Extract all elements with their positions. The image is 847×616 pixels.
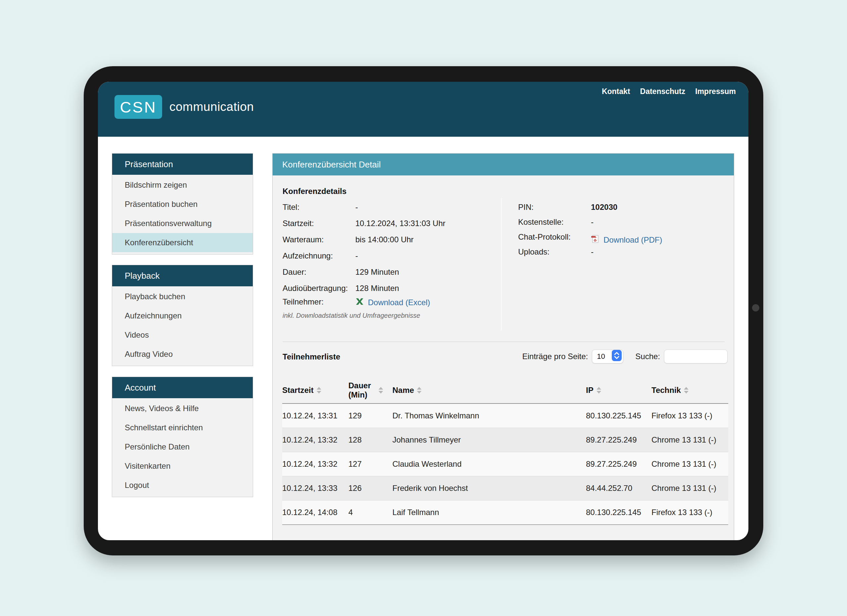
sidebar-item-visitenkarten[interactable]: Visitenkarten — [112, 456, 253, 476]
sidebar-item-praesentationsverwaltung[interactable]: Präsentationsverwaltung — [112, 214, 253, 233]
cell-dauer: 4 — [348, 501, 393, 524]
table-controls: Einträge pro Seite: 10 Suche: — [522, 350, 727, 363]
cell-dauer: 128 — [348, 428, 393, 452]
detail-value: - — [591, 247, 662, 262]
sidebar-item-news-videos-hilfe[interactable]: News, Videos & Hilfe — [112, 399, 253, 418]
teilnehmer-note: inkl. Downloadstatistik und Umfrageergeb… — [283, 312, 420, 319]
participants-heading: Teilnehmerliste — [283, 352, 340, 362]
sidebar-section-title: Account — [112, 377, 253, 398]
download-excel-link[interactable]: Download (Excel) — [368, 298, 430, 307]
csn-logo[interactable]: CSN — [115, 95, 162, 119]
sort-arrows-icon — [684, 387, 689, 394]
detail-value: - — [355, 251, 445, 267]
cell-startzeit: 10.12.24, 14:08 — [282, 501, 348, 524]
sidebar-item-aufzeichnungen[interactable]: Aufzeichnungen — [112, 306, 253, 325]
sidebar-section-praesentation: Präsentation Bildschirm zeigen Präsentat… — [112, 153, 253, 254]
sidebar-items: Bildschirm zeigen Präsentation buchen Pr… — [112, 175, 253, 254]
details-heading: Konferenzdetails — [283, 187, 347, 196]
cell-name: Johannes Tillmeyer — [393, 428, 586, 452]
column-header-technik[interactable]: Technik — [651, 377, 728, 403]
detail-label: Startzeit: — [283, 219, 355, 235]
column-header-startzeit[interactable]: Startzeit — [282, 377, 348, 403]
up-down-chevrons-icon — [612, 350, 622, 363]
excel-icon — [355, 297, 364, 308]
csn-logo-text: CSN — [120, 98, 156, 116]
cell-ip: 89.27.225.249 — [586, 428, 651, 452]
detail-label: Uploads: — [518, 247, 591, 262]
section-divider — [283, 341, 725, 342]
cell-startzeit: 10.12.24, 13:31 — [282, 404, 348, 428]
detail-label: PIN: — [518, 202, 591, 217]
teilnehmer-row: Teilnehmer: Download (Excel) — [283, 297, 430, 308]
cell-technik: Firefox 13 133 (-) — [651, 501, 728, 524]
detail-value: bis 14:00:00 Uhr — [355, 235, 445, 251]
detail-label: Aufzeichnung: — [283, 251, 355, 267]
detail-value: 129 Minuten — [355, 267, 445, 284]
column-header-ip[interactable]: IP — [586, 377, 651, 403]
sidebar-item-konferenzuebersicht[interactable]: Konferenzübersicht — [112, 233, 253, 252]
sort-arrows-icon — [379, 387, 383, 394]
nav-link-datenschutz[interactable]: Datenschutz — [640, 87, 686, 96]
table-row: 10.12.24, 14:08 4 Laif Tellmann 80.130.2… — [282, 501, 728, 525]
cell-startzeit: 10.12.24, 13:32 — [282, 452, 348, 476]
column-header-name[interactable]: Name — [393, 377, 586, 403]
cell-startzeit: 10.12.24, 13:33 — [282, 476, 348, 500]
sidebar-items: News, Videos & Hilfe Schnellstart einric… — [112, 398, 253, 497]
download-pdf-link[interactable]: Download (PDF) — [604, 235, 662, 245]
page-background: CSN communication Kontakt Datenschutz Im… — [0, 0, 847, 616]
details-left-column: Titel: - Startzeit: 10.12.2024, 13:31:03… — [283, 202, 445, 300]
cell-name: Frederik von Hoechst — [393, 476, 586, 500]
cell-technik: Chrome 13 131 (-) — [651, 428, 728, 452]
nav-link-kontakt[interactable]: Kontakt — [602, 87, 630, 96]
sort-arrows-icon — [317, 387, 321, 394]
detail-label: Dauer: — [283, 267, 355, 284]
sidebar-item-playback-buchen[interactable]: Playback buchen — [112, 287, 253, 306]
sidebar-item-auftrag-video[interactable]: Auftrag Video — [112, 344, 253, 364]
cell-technik: Chrome 13 131 (-) — [651, 452, 728, 476]
participants-table: Startzeit Dauer (Min) Name IP — [282, 377, 728, 525]
details-column-divider — [501, 198, 502, 331]
cell-ip: 80.130.225.145 — [586, 404, 651, 428]
sort-arrows-icon — [596, 387, 601, 394]
sidebar-items: Playback buchen Aufzeichnungen Videos Au… — [112, 286, 253, 366]
cell-dauer: 129 — [348, 404, 393, 428]
table-row: 10.12.24, 13:31 129 Dr. Thomas Winkelman… — [282, 404, 728, 428]
sidebar-item-praesentation-buchen[interactable]: Präsentation buchen — [112, 195, 253, 214]
sidebar-section-account: Account News, Videos & Hilfe Schnellstar… — [112, 377, 253, 497]
sidebar-section-title: Präsentation — [112, 154, 253, 175]
sidebar-item-persoenliche-daten[interactable]: Persönliche Daten — [112, 437, 253, 456]
search-label: Suche: — [635, 352, 660, 361]
column-header-dauer[interactable]: Dauer (Min) — [348, 377, 393, 403]
page-size-label: Einträge pro Seite: — [522, 352, 588, 361]
sidebar-item-videos[interactable]: Videos — [112, 325, 253, 344]
page-size-select[interactable]: 10 — [592, 350, 623, 363]
detail-label: Teilnehmer: — [283, 297, 355, 308]
search-input[interactable] — [664, 350, 727, 363]
cell-ip: 80.130.225.145 — [586, 501, 651, 524]
tablet-frame: CSN communication Kontakt Datenschutz Im… — [84, 66, 763, 555]
sidebar-section-playback: Playback Playback buchen Aufzeichnungen … — [112, 265, 253, 366]
screen: CSN communication Kontakt Datenschutz Im… — [98, 82, 748, 540]
pin-value: 102030 — [591, 202, 662, 217]
sidebar-item-schnellstart-einrichten[interactable]: Schnellstart einrichten — [112, 418, 253, 437]
page-size-value: 10 — [597, 352, 605, 361]
sidebar-item-logout[interactable]: Logout — [112, 476, 253, 495]
table-header-row: Startzeit Dauer (Min) Name IP — [282, 377, 728, 404]
sidebar-item-bildschirm-zeigen[interactable]: Bildschirm zeigen — [112, 176, 253, 195]
detail-label: Warteraum: — [283, 235, 355, 251]
top-navigation: Kontakt Datenschutz Impressum — [602, 87, 736, 96]
cell-ip: 89.27.225.249 — [586, 452, 651, 476]
cell-technik: Firefox 13 133 (-) — [651, 404, 728, 428]
nav-link-impressum[interactable]: Impressum — [695, 87, 736, 96]
cell-ip: 84.44.252.70 — [586, 476, 651, 500]
cell-dauer: 126 — [348, 476, 393, 500]
detail-label: Titel: — [283, 202, 355, 219]
details-right-column: PIN: 102030 Kostenstelle: - Chat-Protoko… — [518, 202, 662, 262]
panel-title: Konferenzübersicht Detail — [273, 154, 734, 176]
table-row: 10.12.24, 13:32 127 Claudia Westerland 8… — [282, 452, 728, 476]
detail-label: Chat-Protokoll: — [518, 232, 591, 247]
brand-name: communication — [170, 100, 254, 114]
table-row: 10.12.24, 13:33 126 Frederik von Hoechst… — [282, 476, 728, 501]
conference-detail-panel: Konferenzübersicht Detail Konferenzdetai… — [272, 153, 734, 540]
tablet-camera-dot — [752, 304, 759, 312]
